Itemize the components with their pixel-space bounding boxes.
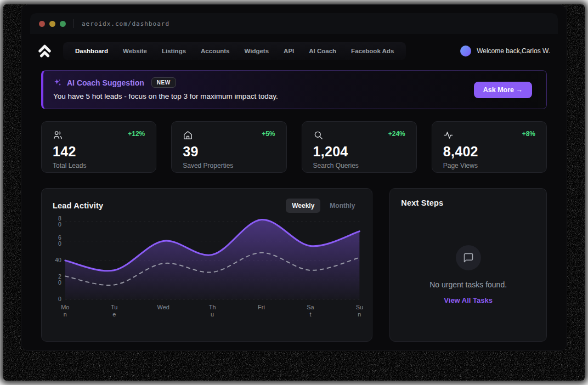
stats-row: +12% 142 Total Leads +5% 39 Saved Proper… — [41, 121, 547, 173]
nav-item-ai-coach[interactable]: AI Coach — [309, 48, 336, 54]
ask-more-button[interactable]: Ask More → — [474, 82, 532, 98]
nav-item-website[interactable]: Website — [123, 48, 147, 54]
search-icon — [313, 130, 324, 140]
new-badge: NEW — [151, 77, 176, 88]
svg-text:Sa: Sa — [307, 304, 314, 310]
banner-message: You have 5 hot leads - focus on the top … — [53, 92, 536, 100]
user-greeting: Welcome back,Carlos W. — [460, 46, 550, 56]
stat-value: 142 — [53, 144, 145, 160]
range-toggle: Weekly Monthly — [286, 199, 361, 213]
svg-text:2: 2 — [58, 274, 61, 280]
lead-activity-panel: Lead Activity Weekly Monthly 020406080Mo… — [41, 188, 372, 342]
maximize-button[interactable] — [60, 21, 66, 27]
stat-value: 39 — [183, 144, 275, 160]
bottom-row: Lead Activity Weekly Monthly 020406080Mo… — [41, 188, 547, 342]
stat-value: 8,402 — [443, 144, 535, 160]
svg-text:0: 0 — [58, 222, 61, 228]
app-window: aeroidx.com/dashboard Dashboard Website … — [21, 4, 567, 351]
banner-title: AI Coach Suggestion — [67, 78, 144, 87]
svg-text:6: 6 — [58, 235, 61, 241]
svg-text:40: 40 — [55, 257, 61, 263]
nav-item-api[interactable]: API — [284, 48, 294, 54]
stat-label: Saved Properties — [183, 162, 275, 169]
svg-text:t: t — [309, 311, 311, 318]
svg-text:0: 0 — [58, 280, 61, 286]
empty-state-message: No urgent tasks found. — [429, 280, 507, 289]
activity-icon — [443, 130, 454, 140]
top-nav: Dashboard Website Listings Accounts Widg… — [30, 41, 558, 61]
next-steps-panel: Next Steps No urgent tasks found. View A… — [389, 188, 547, 342]
address-bar[interactable]: aeroidx.com/dashboard — [82, 20, 169, 27]
svg-text:n: n — [358, 311, 361, 318]
nav-item-facebook-ads[interactable]: Facebook Ads — [351, 48, 394, 54]
aero-logo-icon[interactable] — [37, 44, 52, 58]
banner-title-row: AI Coach Suggestion NEW — [53, 77, 536, 88]
nav-menu: Dashboard Website Listings Accounts Widg… — [63, 42, 406, 60]
monthly-toggle-button[interactable]: Monthly — [324, 199, 361, 213]
stat-card-search-queries: +24% 1,204 Search Queries — [302, 121, 417, 173]
svg-text:0: 0 — [58, 241, 61, 247]
chrome-divider — [74, 19, 74, 28]
nav-item-dashboard[interactable]: Dashboard — [75, 48, 108, 54]
nav-item-listings[interactable]: Listings — [162, 48, 186, 54]
sparkles-icon — [53, 78, 62, 87]
stat-label: Page Views — [443, 162, 535, 169]
minimize-button[interactable] — [49, 21, 55, 27]
browser-chrome: aeroidx.com/dashboard — [30, 13, 558, 34]
svg-text:Su: Su — [356, 304, 363, 310]
stat-change: +8% — [522, 130, 535, 138]
stat-label: Total Leads — [53, 162, 145, 169]
stat-value: 1,204 — [313, 144, 405, 160]
message-square-icon — [463, 252, 474, 263]
lead-activity-chart: 020406080MonTueWedThuFriSatSun — [50, 216, 363, 332]
svg-text:0: 0 — [58, 296, 61, 302]
svg-text:Th: Th — [209, 304, 216, 310]
stat-change: +12% — [128, 130, 145, 138]
nav-item-accounts[interactable]: Accounts — [201, 48, 229, 54]
svg-text:8: 8 — [58, 216, 61, 222]
stat-change: +5% — [262, 130, 275, 138]
welcome-text: Welcome back,Carlos W. — [477, 47, 550, 55]
next-steps-title: Next Steps — [401, 199, 443, 207]
svg-text:Tu: Tu — [111, 304, 117, 310]
svg-text:e: e — [112, 311, 116, 318]
stat-card-page-views: +8% 8,402 Page Views — [432, 121, 547, 173]
stat-label: Search Queries — [313, 162, 405, 169]
lead-activity-title: Lead Activity — [53, 201, 103, 210]
close-button[interactable] — [39, 21, 45, 27]
users-icon — [53, 130, 63, 140]
stat-card-saved-properties: +5% 39 Saved Properties — [171, 121, 286, 173]
empty-state-icon-circle — [456, 245, 481, 270]
stat-change: +24% — [388, 130, 405, 138]
weekly-toggle-button[interactable]: Weekly — [286, 199, 320, 213]
svg-text:Fri: Fri — [258, 304, 265, 310]
user-avatar[interactable] — [460, 46, 471, 56]
svg-text:n: n — [64, 311, 67, 318]
view-all-tasks-link[interactable]: View All Tasks — [444, 296, 493, 304]
ai-coach-banner: AI Coach Suggestion NEW You have 5 hot l… — [41, 70, 547, 109]
home-icon — [183, 130, 193, 140]
svg-text:Mo: Mo — [61, 304, 69, 310]
stat-card-total-leads: +12% 142 Total Leads — [41, 121, 156, 173]
svg-text:Wed: Wed — [157, 304, 169, 310]
nav-item-widgets[interactable]: Widgets — [244, 48, 269, 54]
svg-text:u: u — [211, 311, 214, 318]
